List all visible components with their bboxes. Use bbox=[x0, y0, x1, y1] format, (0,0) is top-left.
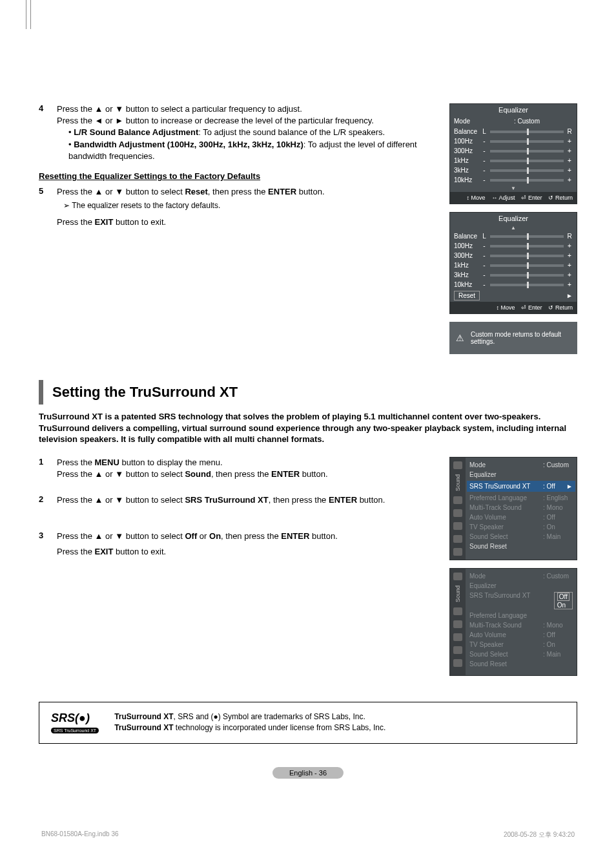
step-bold: ENTER bbox=[271, 469, 300, 479]
osd-slider[interactable] bbox=[490, 160, 564, 162]
step-text: Press the bbox=[57, 217, 95, 227]
menu-item-label[interactable]: Sound Select bbox=[469, 533, 543, 540]
osd-row-right: R bbox=[566, 128, 573, 135]
menu-item-label[interactable]: Auto Volume bbox=[469, 514, 543, 521]
osd-alert: ⚠ Custom mode returns to default setting… bbox=[449, 322, 577, 354]
warning-icon: ⚠ bbox=[456, 333, 464, 343]
step-bold: EXIT bbox=[95, 547, 114, 556]
osd-arrow-down-icon: ▼ bbox=[450, 185, 577, 192]
menu-side-label: Sound bbox=[455, 474, 461, 491]
note-prefix: ➢ bbox=[63, 201, 72, 210]
osd-row-label: 3kHz bbox=[454, 167, 481, 174]
osd-row-right: + bbox=[566, 147, 573, 154]
page-crop-mark bbox=[26, 0, 31, 29]
osd-slider[interactable] bbox=[490, 274, 564, 277]
menu-item-value: : English bbox=[543, 494, 573, 501]
osd-row-left: - bbox=[481, 167, 488, 174]
osd-row-label: Balance bbox=[454, 128, 481, 135]
step-bold: MENU bbox=[95, 458, 119, 467]
menu-item-label[interactable]: Equalizer bbox=[469, 471, 573, 478]
osd-row-right: + bbox=[566, 262, 573, 269]
menu-item-label[interactable]: Sound Reset bbox=[469, 543, 573, 550]
section-title: Setting the TruSurround XT bbox=[52, 380, 238, 405]
osd-slider[interactable] bbox=[490, 284, 564, 286]
osd-footer-move: ↕ Move bbox=[496, 304, 515, 311]
osd-slider[interactable] bbox=[490, 169, 564, 172]
menu-item-label[interactable]: SRS TruSurround XT bbox=[469, 592, 551, 609]
step-text: button. bbox=[309, 531, 337, 541]
step-text: Press the ▲ or ▼ button to select bbox=[57, 469, 185, 479]
menu-item-value: : Custom bbox=[543, 573, 573, 580]
step-bold: SRS TruSurround XT bbox=[185, 495, 268, 505]
step-text: or bbox=[197, 531, 209, 541]
osd-title: Equalizer bbox=[450, 104, 577, 116]
menu-item-label[interactable]: Mode bbox=[469, 461, 543, 468]
section-intro: TruSurround XT is a patented SRS technol… bbox=[39, 411, 577, 445]
step-text: Press the ▲ or ▼ button to select bbox=[57, 187, 185, 196]
menu-item-arrow-icon: ► bbox=[566, 483, 573, 490]
osd-row-right: + bbox=[566, 167, 573, 174]
osd-row-label: 1kHz bbox=[454, 262, 481, 269]
osd-row-label: 300Hz bbox=[454, 252, 481, 259]
osd-reset-button[interactable]: Reset bbox=[454, 291, 480, 300]
menu-item-label[interactable]: Auto Volume bbox=[469, 631, 543, 638]
menu-item-label[interactable]: TV Speaker bbox=[469, 641, 543, 648]
menu-item-value: : Custom bbox=[543, 461, 573, 468]
step-bold: ENTER bbox=[329, 495, 357, 505]
step-bold: Sound bbox=[185, 469, 210, 479]
menu-item-label[interactable]: SRS TruSurround XT bbox=[469, 483, 543, 490]
osd-equalizer-1: Equalizer Mode: Custom BalanceLR 100Hz-+… bbox=[449, 103, 577, 204]
menu-item-label[interactable]: Mode bbox=[469, 573, 543, 580]
menu-item-value: : On bbox=[543, 523, 573, 531]
osd-row-label: 100Hz bbox=[454, 242, 481, 249]
step-text: , then press the bbox=[221, 531, 281, 541]
osd-row-left: - bbox=[481, 147, 488, 154]
osd-slider[interactable] bbox=[490, 264, 564, 267]
osd-reset-arrow-icon: ► bbox=[566, 292, 573, 299]
osd-mode-label: Mode bbox=[454, 118, 481, 125]
menu-item-label[interactable]: Sound Reset bbox=[469, 660, 573, 668]
osd-slider[interactable] bbox=[490, 245, 564, 247]
osd-slider[interactable] bbox=[490, 131, 564, 133]
menu-icon bbox=[453, 548, 462, 556]
osd-row-right: R bbox=[566, 233, 573, 240]
menu-item-label[interactable]: Multi-Track Sound bbox=[469, 504, 543, 511]
menu-item-label[interactable]: Equalizer bbox=[469, 582, 573, 589]
step-text: button. bbox=[357, 495, 385, 505]
osd-sound-menu-2: Sound Mode: Custom Equalizer SRS TruSurr… bbox=[449, 568, 577, 676]
print-footer-right: 2008-05-28 오후 9:43:20 bbox=[504, 830, 575, 839]
menu-item-label[interactable]: Preferred Language bbox=[469, 612, 573, 619]
menu-icon bbox=[453, 509, 462, 517]
osd-arrow-up-icon: ▲ bbox=[450, 224, 577, 231]
menu-item-label[interactable]: Multi-Track Sound bbox=[469, 622, 543, 629]
srs-text: , SRS and (●) Symbol are trademarks of S… bbox=[173, 712, 365, 721]
step-number: 4 bbox=[39, 103, 57, 162]
osd-row-label: 10kHz bbox=[454, 176, 481, 184]
osd-row-left: L bbox=[481, 233, 488, 240]
menu-item-label[interactable]: Preferred Language bbox=[469, 494, 543, 501]
menu-popup-item[interactable]: Off bbox=[557, 593, 570, 601]
menu-item-value: : Off bbox=[543, 514, 573, 521]
osd-row-right: + bbox=[566, 281, 573, 288]
osd-row-label: Balance bbox=[454, 233, 481, 240]
step-text: Press the ◄ or ► button to increase or d… bbox=[57, 115, 436, 127]
osd-slider[interactable] bbox=[490, 179, 564, 182]
osd-slider[interactable] bbox=[490, 235, 564, 238]
osd-row-right: + bbox=[566, 252, 573, 259]
srs-trademark-box: SRS(●) SRS TruSurround XT TruSurround XT… bbox=[39, 702, 577, 744]
osd-slider[interactable] bbox=[490, 140, 564, 143]
menu-item-label[interactable]: TV Speaker bbox=[469, 523, 543, 531]
osd-title: Equalizer bbox=[450, 213, 577, 224]
osd-row-left: - bbox=[481, 138, 488, 145]
osd-equalizer-2: Equalizer ▲ BalanceLR 100Hz-+ 300Hz-+ 1k… bbox=[449, 212, 577, 314]
osd-footer-return: ↺ Return bbox=[548, 304, 573, 311]
osd-footer-enter: ⏎ Enter bbox=[521, 195, 542, 201]
step-text: Press the bbox=[57, 458, 95, 467]
osd-slider[interactable] bbox=[490, 255, 564, 257]
menu-item-value: : Mono bbox=[543, 504, 573, 511]
osd-slider[interactable] bbox=[490, 150, 564, 153]
menu-item-value: : Main bbox=[543, 533, 573, 540]
menu-popup-item[interactable]: On bbox=[557, 602, 570, 609]
osd-row-label: 300Hz bbox=[454, 147, 481, 154]
menu-item-label[interactable]: Sound Select bbox=[469, 651, 543, 658]
